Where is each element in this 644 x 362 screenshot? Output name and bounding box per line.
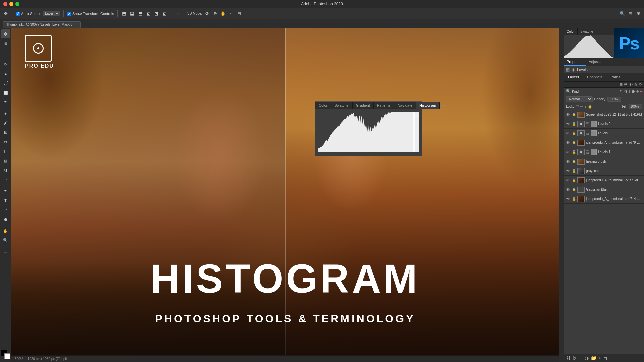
opacity-value[interactable]: 100% <box>607 97 621 102</box>
hf-menu-icon[interactable]: ≡ <box>440 102 447 109</box>
new-layer-icon[interactable]: + <box>598 355 601 361</box>
3d-pan-icon[interactable]: ✋ <box>220 11 226 17</box>
eraser-tool[interactable]: ◻ <box>1 147 10 156</box>
eyedropper-tool[interactable]: ✒ <box>1 98 10 106</box>
dodge-tool[interactable]: ○ <box>1 175 10 184</box>
prop-tab-adjustments[interactable]: Adjus... <box>586 58 604 66</box>
hf-tab-color[interactable]: Color <box>315 102 331 109</box>
3d-orbit-icon[interactable]: ⊕ <box>212 11 218 17</box>
kind-adjust-icon[interactable]: ◑ <box>624 89 628 94</box>
mini-tab-color[interactable]: Color <box>564 28 578 35</box>
align-bottom-icon[interactable]: ⬕ <box>161 11 167 17</box>
layer-trash-icon[interactable]: 🗑 <box>634 83 638 87</box>
align-right-icon[interactable]: ⬒ <box>137 11 143 17</box>
kind-smart-icon[interactable]: ◈ <box>636 89 639 94</box>
mini-tab-swatche[interactable]: Swatche <box>578 28 596 35</box>
link-layers-icon[interactable]: ⛓ <box>566 355 571 361</box>
layer-link-icon[interactable]: ⛓ <box>624 83 628 87</box>
levels-histogram-icon[interactable]: ▦ <box>566 67 570 72</box>
layer-refresh-icon[interactable]: ⟳ <box>639 82 642 87</box>
align-center-icon[interactable]: ⬓ <box>129 11 135 17</box>
lock-artboard-icon[interactable]: + <box>584 105 586 109</box>
layer-row[interactable]: 👁 🔒 ▦ ⛓ Levels 2 <box>564 119 644 129</box>
workspace-icon[interactable]: ⊟ <box>627 11 633 17</box>
clone-stamp-tool[interactable]: ⊡ <box>1 128 10 137</box>
path-select-tool[interactable]: ↗ <box>1 205 10 214</box>
hf-tab-swatche[interactable]: Swatche <box>331 102 352 109</box>
layer-visibility-toggle[interactable]: 👁 <box>566 140 571 145</box>
artboard-tool[interactable]: ⊞ <box>1 39 10 48</box>
layer-visibility-toggle[interactable]: 👁 <box>566 178 571 183</box>
minimize-button[interactable] <box>9 2 13 6</box>
search-icon[interactable]: 🔍 <box>619 11 625 17</box>
shape-tool[interactable]: ⬟ <box>1 215 10 224</box>
layer-visibility-toggle[interactable]: 👁 <box>566 122 571 126</box>
show-transform-checkbox[interactable] <box>67 12 71 16</box>
prop-tab-properties[interactable]: Properties <box>564 58 586 66</box>
marquee-tool[interactable]: ⬚ <box>1 51 10 59</box>
lock-transparent-icon[interactable]: ⬚ <box>575 104 579 109</box>
frame-tool[interactable]: ⬜ <box>1 88 10 97</box>
kind-pixel-icon[interactable]: ⬚ <box>620 89 623 94</box>
3d-slide-icon[interactable]: ↔ <box>228 11 234 17</box>
more-tools-icon[interactable]: ··· <box>1 248 10 256</box>
layer-row[interactable]: 👁 🔒 Gaussian Blur... <box>564 185 644 194</box>
layer-row[interactable]: 👁 🔒 ▦ ⛓ Levels 1 <box>564 147 644 157</box>
layer-visibility-toggle[interactable]: 👁 <box>566 197 571 201</box>
hf-tab-gradient[interactable]: Gradient <box>353 102 374 109</box>
layers-tab-layers[interactable]: Layers <box>564 73 583 81</box>
3d-rotate-icon[interactable]: ⟳ <box>204 11 210 17</box>
layer-visibility-toggle[interactable]: 👁 <box>566 169 571 173</box>
background-color[interactable] <box>4 353 10 359</box>
kind-filter-active-icon[interactable]: ● <box>640 89 642 94</box>
kind-shape-icon[interactable]: ⬟ <box>632 89 635 94</box>
healing-brush-tool[interactable]: ✦ <box>1 109 10 118</box>
layers-tab-paths[interactable]: Paths <box>607 73 624 81</box>
add-mask-icon[interactable]: ⬚ <box>578 355 583 361</box>
lock-image-icon[interactable]: ✏ <box>580 104 583 109</box>
main-tab[interactable]: Thumbnail... @ 300% (Levels, Layer Mask/… <box>3 21 81 28</box>
maximize-button[interactable] <box>15 2 19 6</box>
brush-tool[interactable]: 🖌 <box>1 119 10 127</box>
new-fill-icon[interactable]: ◑ <box>585 355 589 361</box>
align-left-icon[interactable]: ⬒ <box>121 11 127 17</box>
pen-tool[interactable]: ✒ <box>1 187 10 195</box>
add-style-icon[interactable]: fx <box>573 355 576 361</box>
lock-position-icon[interactable]: 🔒 <box>588 104 592 109</box>
object-select-tool[interactable]: ◈ <box>1 69 10 78</box>
arrange-icon[interactable]: ⊞ <box>635 11 641 17</box>
align-top-icon[interactable]: ⬕ <box>145 11 151 17</box>
layer-row[interactable]: 👁 🔒 juanproedu_A_thumbnal...d-b714-1018a… <box>564 194 644 204</box>
blend-mode-select[interactable]: Normal Multiply Screen Overlay <box>566 96 593 102</box>
layer-row[interactable]: 👁 🔒 juanproedu_A_thumbnai...a-ad79-70df5… <box>564 138 644 147</box>
auto-select-checkbox[interactable] <box>16 12 20 16</box>
fill-value[interactable]: 100% <box>629 104 642 109</box>
layer-select[interactable]: Layer <box>43 11 60 16</box>
tab-close-icon[interactable]: × <box>75 23 77 26</box>
3d-scale-icon[interactable]: ⊞ <box>236 11 242 17</box>
levels-auto-icon[interactable]: ◉ <box>572 67 575 72</box>
crop-tool[interactable]: ⛶ <box>1 79 10 87</box>
layer-row[interactable]: 👁 🔒 Screenshot 2023-12-11 at 5.51.41PM <box>564 110 644 119</box>
move-tool-icon[interactable]: ✥ <box>3 11 9 17</box>
blur-tool[interactable]: ◑ <box>1 166 10 174</box>
hand-tool[interactable]: ✋ <box>1 227 10 235</box>
layer-visibility-toggle[interactable]: 👁 <box>566 131 571 136</box>
close-button[interactable] <box>3 2 7 6</box>
zoom-tool[interactable]: 🔍 <box>1 236 10 245</box>
hf-tab-navigate[interactable]: Navigate <box>394 102 416 109</box>
layer-filter-icon[interactable]: ⊟ <box>620 82 623 87</box>
hf-tab-histogram[interactable]: Histogram <box>416 102 440 109</box>
history-brush-tool[interactable]: ⊗ <box>1 137 10 146</box>
layer-visibility-icon[interactable]: 👁 <box>629 83 633 87</box>
hf-tab-patterns[interactable]: Patterns <box>374 102 394 109</box>
new-group-icon[interactable]: 📁 <box>591 355 596 361</box>
layer-row[interactable]: 👁 🔒 grayscale <box>564 166 644 176</box>
layer-row[interactable]: 👁 🔒 healing brush <box>564 157 644 166</box>
more-options-icon[interactable]: ··· <box>174 11 180 17</box>
layer-row[interactable]: 👁 🔒 juanproedu_A_thumbnai...a-9f71-dcd0e… <box>564 176 644 185</box>
move-tool[interactable]: ✥ <box>1 29 10 38</box>
gradient-tool[interactable]: ▨ <box>1 156 10 165</box>
delete-layer-icon[interactable]: 🗑 <box>603 355 608 361</box>
type-tool[interactable]: T <box>1 196 10 205</box>
